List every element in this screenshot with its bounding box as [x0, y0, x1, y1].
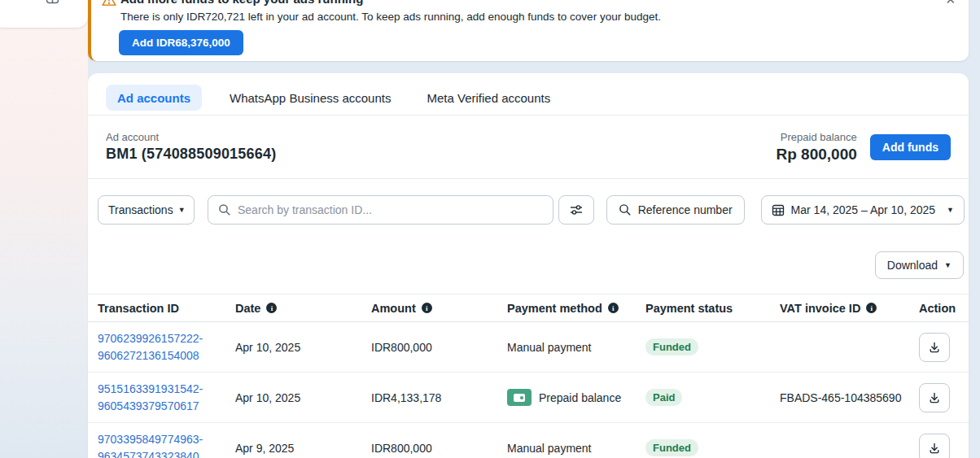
search-icon: [619, 203, 632, 216]
col-action: Action: [919, 302, 959, 315]
transaction-type-label: Transactions: [108, 203, 173, 216]
close-icon[interactable]: ✕: [945, 0, 956, 7]
col-date: Date i: [235, 302, 371, 315]
download-dropdown[interactable]: Download ▼: [875, 251, 964, 279]
banner-message: There is only IDR720,721 left in your ad…: [120, 11, 661, 23]
info-icon[interactable]: i: [266, 303, 277, 313]
balance-section: Prepaid balance Rp 800,000 Add funds: [776, 131, 951, 164]
sliders-icon: [569, 203, 584, 217]
payment-status-cell: Paid: [645, 389, 780, 406]
filter-toolbar: Transactions ▼ Reference number: [88, 195, 969, 225]
amount-cell: IDR800,000: [371, 442, 507, 455]
prepaid-balance-value: Rp 800,000: [776, 146, 856, 164]
tab-whatsapp-business-accounts[interactable]: WhatsApp Business accounts: [221, 85, 399, 111]
account-type-tabs: Ad accounts WhatsApp Business accounts M…: [88, 73, 969, 116]
status-badge: Paid: [645, 389, 682, 406]
date-cell: Apr 9, 2025: [235, 442, 371, 455]
sidebar-top-card[interactable]: [0, 0, 88, 28]
prepaid-balance-label: Prepaid balance: [776, 131, 856, 143]
warning-icon: [102, 0, 116, 10]
payment-status-cell: Funded: [645, 338, 780, 355]
banner-title: Add more funds to keep your ads running: [120, 0, 363, 6]
amount-cell: IDR800,000: [371, 341, 507, 354]
table-row: 9703395849774963- 9634573743323840 Apr 9…: [88, 423, 969, 458]
transaction-id-link[interactable]: 9706239926157222- 9606272136154008: [98, 330, 235, 364]
payment-method-cell: Manual payment: [507, 341, 645, 354]
search-input[interactable]: [238, 203, 543, 216]
col-transaction-id: Transaction ID: [98, 302, 235, 315]
ad-account-label: Ad account: [106, 131, 276, 143]
chevron-down-icon: ▼: [947, 207, 954, 214]
amount-cell: IDR4,133,178: [371, 391, 507, 404]
vat-invoice-cell: FBADS-465-104385690: [780, 391, 919, 404]
table-header: Transaction ID Date i Amount i Payment m…: [88, 294, 969, 322]
info-icon[interactable]: i: [866, 303, 877, 313]
col-vat-invoice-id: VAT invoice ID i: [780, 302, 919, 315]
tab-ad-accounts[interactable]: Ad accounts: [106, 85, 202, 111]
reference-number-button[interactable]: Reference number: [606, 195, 745, 225]
low-funds-banner: Add more funds to keep your ads running …: [88, 0, 969, 61]
download-invoice-button[interactable]: [919, 434, 950, 458]
date-cell: Apr 10, 2025: [235, 341, 371, 354]
date-range-label: Mar 14, 2025 – Apr 10, 2025: [791, 203, 935, 216]
col-payment-status: Payment status: [645, 302, 780, 315]
layout-grid-icon: [46, 0, 59, 4]
transaction-type-dropdown[interactable]: Transactions ▼: [98, 195, 195, 225]
payment-activity-card: Ad accounts WhatsApp Business accounts M…: [88, 73, 969, 458]
add-funds-amount-button[interactable]: Add IDR68,376,000: [119, 30, 243, 55]
add-funds-button[interactable]: Add funds: [870, 134, 951, 160]
transaction-search[interactable]: [208, 195, 553, 225]
chevron-down-icon: ▼: [944, 262, 952, 269]
ad-account-info: Ad account BM1 (574088509015664): [106, 131, 276, 163]
download-icon: [928, 341, 941, 354]
prepaid-card-icon: [507, 389, 532, 406]
billing-payment-activity-page: Add more funds to keep your ads running …: [0, 0, 980, 458]
ad-account-name: BM1 (574088509015664): [106, 146, 276, 163]
table-row: 9515163391931542- 9605439379570617 Apr 1…: [88, 373, 969, 423]
ad-account-summary: Ad account BM1 (574088509015664) Prepaid…: [88, 116, 969, 179]
col-payment-method: Payment method i: [507, 302, 645, 315]
date-range-picker[interactable]: Mar 14, 2025 – Apr 10, 2025 ▼: [761, 195, 965, 225]
transaction-id-link[interactable]: 9515163391931542- 9605439379570617: [98, 381, 235, 415]
status-badge: Funded: [645, 439, 698, 456]
action-cell: [919, 333, 959, 362]
transaction-id-link[interactable]: 9703395849774963- 9634573743323840: [98, 431, 235, 458]
left-sidebar-background: [0, 0, 88, 458]
tab-meta-verified-accounts[interactable]: Meta Verified accounts: [418, 85, 558, 111]
download-icon: [928, 391, 941, 404]
date-cell: Apr 10, 2025: [235, 391, 371, 404]
info-icon[interactable]: i: [422, 303, 432, 313]
payment-status-cell: Funded: [645, 439, 780, 456]
download-icon: [928, 442, 941, 455]
search-icon: [218, 203, 231, 216]
chevron-down-icon: ▼: [178, 207, 186, 214]
download-label: Download: [887, 259, 938, 272]
info-icon[interactable]: i: [608, 303, 619, 313]
download-row: Download ▼: [88, 251, 969, 279]
download-invoice-button[interactable]: [919, 383, 950, 412]
payment-method-cell: Manual payment: [507, 442, 645, 455]
reference-number-label: Reference number: [638, 203, 733, 216]
filter-settings-button[interactable]: [558, 195, 594, 225]
transactions-table: Transaction ID Date i Amount i Payment m…: [88, 294, 969, 458]
table-row: 9706239926157222- 9606272136154008 Apr 1…: [88, 322, 969, 373]
action-cell: [919, 383, 959, 412]
action-cell: [919, 434, 959, 458]
col-amount: Amount i: [371, 302, 507, 315]
status-badge: Funded: [645, 338, 698, 355]
calendar-icon: [772, 203, 785, 216]
payment-method-cell: Prepaid balance: [507, 389, 645, 406]
prepaid-balance: Prepaid balance Rp 800,000: [776, 131, 856, 164]
download-invoice-button[interactable]: [919, 333, 950, 362]
